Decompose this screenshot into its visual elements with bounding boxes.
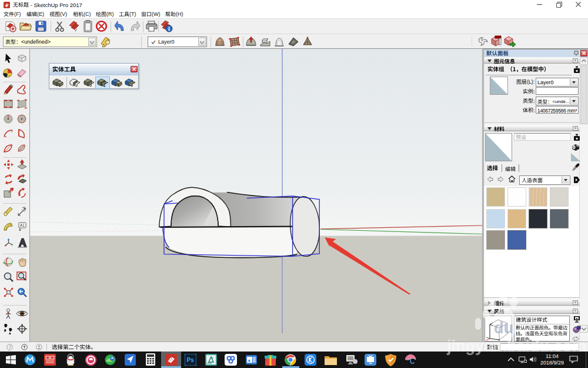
svg-text:Ps: Ps bbox=[187, 357, 195, 363]
svg-text:A1: A1 bbox=[20, 223, 25, 227]
